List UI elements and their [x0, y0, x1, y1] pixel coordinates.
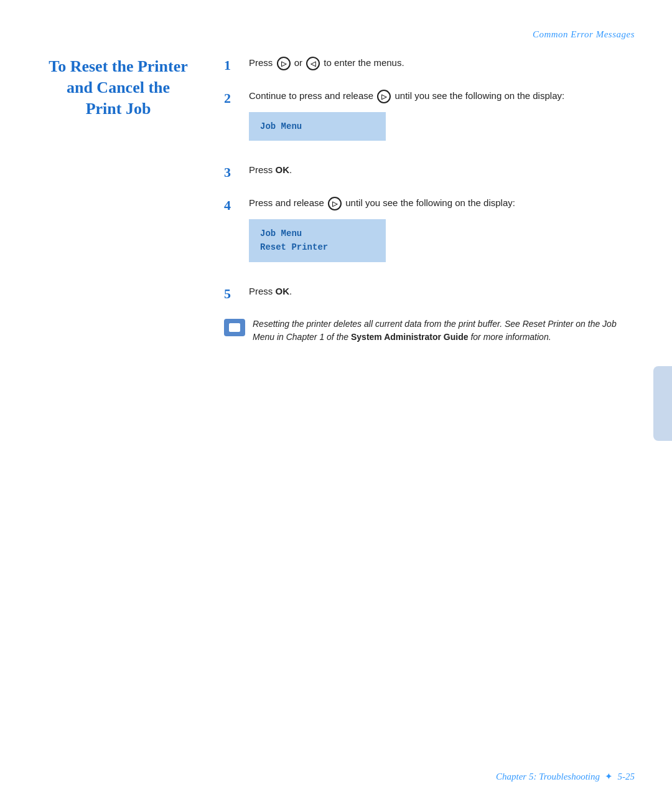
note-bold-text: System Administrator Guide — [351, 332, 469, 342]
step-3-text: Press OK. — [249, 163, 292, 177]
steps-content: 1 Press ▷ or ◁ to enter the menus. 2 Con… — [224, 56, 635, 344]
page-section-header: Common Error Messages — [533, 29, 635, 40]
page-footer: Chapter 5: Troubleshooting ✦ 5-25 — [496, 771, 635, 782]
section-title-block: To Reset the Printer and Cancel the Prin… — [37, 56, 199, 119]
step-5-number: 5 — [224, 285, 243, 304]
right-arrow-icon: ▷ — [277, 57, 291, 70]
step-5: 5 Press OK. — [224, 285, 635, 304]
page-tab — [653, 366, 672, 441]
step-2-text: Continue to press and release ▷ until yo… — [249, 89, 564, 149]
note-icon — [224, 319, 245, 336]
title-line2: and Cancel the — [67, 78, 170, 97]
display-box-2: Job MenuReset Printer — [249, 219, 386, 262]
step-5-text: Press OK. — [249, 285, 292, 299]
step-2: 2 Continue to press and release ▷ until … — [224, 89, 635, 149]
step-1: 1 Press ▷ or ◁ to enter the menus. — [224, 56, 635, 75]
footer-chapter: Chapter 5: Troubleshooting — [496, 772, 600, 781]
step-3-ok: OK — [276, 164, 290, 175]
section-title: To Reset the Printer and Cancel the Prin… — [37, 56, 199, 119]
title-line3: Print Job — [86, 100, 151, 118]
step-3-number: 3 — [224, 163, 243, 182]
step-3: 3 Press OK. — [224, 163, 635, 182]
step2-right-arrow-icon: ▷ — [377, 90, 391, 103]
step-5-ok: OK — [276, 286, 290, 296]
note-box: Resetting the printer deletes all curren… — [224, 318, 635, 344]
step-2-number: 2 — [224, 89, 243, 108]
step-1-text: Press ▷ or ◁ to enter the menus. — [249, 56, 404, 70]
step-4-number: 4 — [224, 196, 243, 215]
footer-page: 5-25 — [618, 772, 635, 781]
step-4: 4 Press and release ▷ until you see the … — [224, 196, 635, 271]
title-line1: To Reset the Printer — [49, 57, 188, 75]
step-1-number: 1 — [224, 56, 243, 75]
left-arrow-icon: ◁ — [306, 57, 320, 70]
footer-diamond: ✦ — [605, 771, 613, 782]
step-4-text: Press and release ▷ until you see the fo… — [249, 196, 515, 271]
step4-right-arrow-icon: ▷ — [328, 197, 342, 210]
note-text: Resetting the printer deletes all curren… — [253, 318, 635, 344]
display-box-1: Job Menu — [249, 112, 386, 141]
